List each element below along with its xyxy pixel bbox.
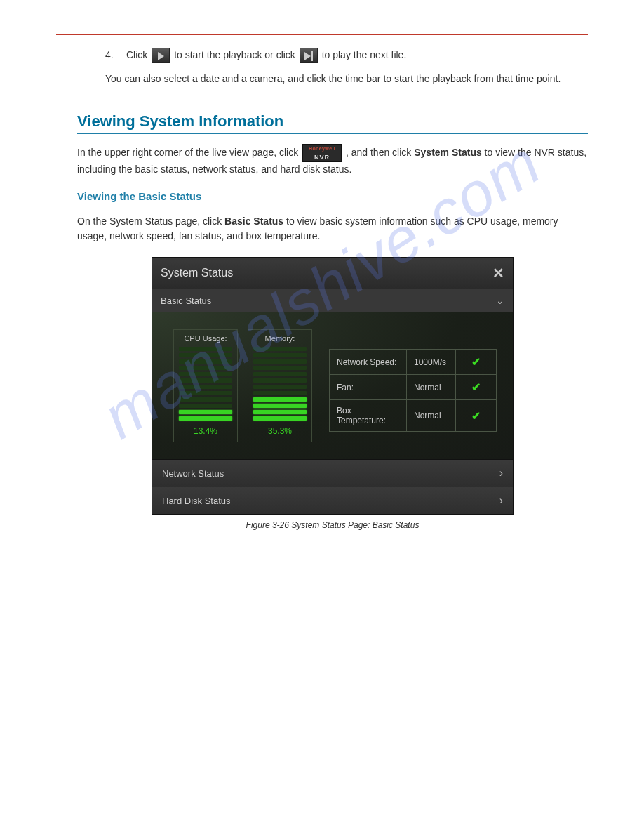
gauge-bar — [179, 353, 232, 357]
rule-under-h2 — [77, 133, 588, 134]
memory-gauge-label: Memory: — [265, 334, 295, 343]
chevron-right-icon: › — [499, 494, 503, 507]
check-icon: ✔ — [471, 410, 481, 422]
table-row: Fan:Normal✔ — [330, 375, 497, 400]
gauge-bar — [253, 404, 307, 408]
gauge-bar — [179, 410, 232, 414]
section-basic-status[interactable]: Basic Status ⌄ — [152, 289, 513, 312]
gauge-bar — [253, 359, 307, 364]
gauge-bar — [179, 391, 232, 395]
basic-status-body: CPU Usage: 13.4% Memory: 35.3% Network S… — [152, 312, 513, 459]
gauge-bar — [253, 391, 307, 395]
gauge-bar — [253, 416, 307, 421]
memory-gauge: Memory: 35.3% — [248, 329, 312, 442]
gauge-bar — [253, 366, 307, 370]
window-title: System Status — [161, 267, 233, 279]
section-network-status[interactable]: Network Status › — [152, 459, 513, 486]
gauge-bar — [179, 404, 232, 408]
section-label: Basic Status — [161, 296, 211, 306]
network-status-label: Network Status — [162, 468, 224, 479]
status-check: ✔ — [456, 375, 497, 400]
cpu-gauge-label: CPU Usage: — [184, 334, 227, 343]
cpu-gauge-bars — [179, 347, 232, 421]
gauge-bar — [253, 372, 307, 376]
gauge-bar — [179, 372, 232, 376]
play-icon — [152, 48, 170, 63]
gauge-bar — [179, 378, 232, 383]
status-value: Normal — [407, 400, 456, 432]
chevron-down-icon: ⌄ — [496, 295, 504, 306]
chevron-right-icon: › — [499, 467, 503, 479]
status-label: Box Tempetature: — [330, 400, 407, 432]
check-icon: ✔ — [471, 356, 481, 368]
nvr-badge-icon: Honeywell NVR — [302, 144, 342, 162]
gauge-bar — [179, 366, 232, 370]
cpu-gauge: CPU Usage: 13.4% — [173, 329, 238, 442]
window-titlebar: System Status ✕ — [152, 258, 513, 289]
next-file-icon — [300, 48, 318, 63]
gauge-bar — [179, 359, 232, 364]
hdd-status-label: Hard Disk Status — [162, 496, 231, 506]
status-check: ✔ — [456, 400, 497, 432]
cpu-gauge-value: 13.4% — [194, 426, 217, 436]
check-icon: ✔ — [471, 381, 481, 393]
rule-under-h3 — [77, 204, 588, 204]
note-paragraph: You can also select a date and a camera,… — [105, 72, 588, 87]
step-text: Click to start the playback or click to … — [126, 48, 406, 63]
heading-basic-status: Viewing the Basic Status — [77, 190, 588, 202]
gauge-bar — [253, 378, 307, 383]
status-value: Normal — [407, 375, 456, 400]
gauge-bar — [179, 397, 232, 402]
system-status-window: System Status ✕ Basic Status ⌄ CPU Usage… — [152, 257, 514, 515]
table-row: Box Tempetature:Normal✔ — [330, 400, 497, 432]
figure-caption: Figure 3-26 System Status Page: Basic St… — [77, 520, 588, 530]
intro-paragraph: In the upper right corner of the live vi… — [77, 144, 588, 178]
gauge-bar — [179, 385, 232, 389]
close-icon[interactable]: ✕ — [492, 265, 504, 282]
status-label: Fan: — [330, 375, 407, 400]
gauge-bar — [179, 416, 232, 421]
table-row: Network Speed:1000M/s✔ — [330, 350, 497, 375]
step-number: 4. — [105, 48, 121, 62]
gauge-bar — [253, 353, 307, 357]
gauge-bar — [253, 385, 307, 389]
status-table: Network Speed:1000M/s✔Fan:Normal✔Box Tem… — [329, 349, 497, 432]
figure-system-status: System Status ✕ Basic Status ⌄ CPU Usage… — [77, 257, 588, 530]
memory-gauge-bars — [253, 347, 307, 421]
status-label: Network Speed: — [330, 350, 407, 375]
gauge-bar — [253, 410, 307, 414]
memory-gauge-value: 35.3% — [268, 426, 292, 436]
status-value: 1000M/s — [407, 350, 456, 375]
gauge-group: CPU Usage: 13.4% Memory: 35.3% — [173, 329, 312, 442]
sub-paragraph: On the System Status page, click Basic S… — [77, 214, 588, 244]
gauge-bar — [179, 347, 232, 351]
status-table-body: Network Speed:1000M/s✔Fan:Normal✔Box Tem… — [330, 350, 497, 432]
section-hard-disk-status[interactable]: Hard Disk Status › — [152, 486, 513, 514]
gauge-bar — [253, 347, 307, 351]
rule-top — [56, 34, 588, 35]
heading-system-info: Viewing System Information — [77, 112, 588, 131]
status-check: ✔ — [456, 350, 497, 375]
step-4: 4. Click to start the playback or click … — [105, 48, 588, 63]
gauge-bar — [253, 397, 307, 402]
